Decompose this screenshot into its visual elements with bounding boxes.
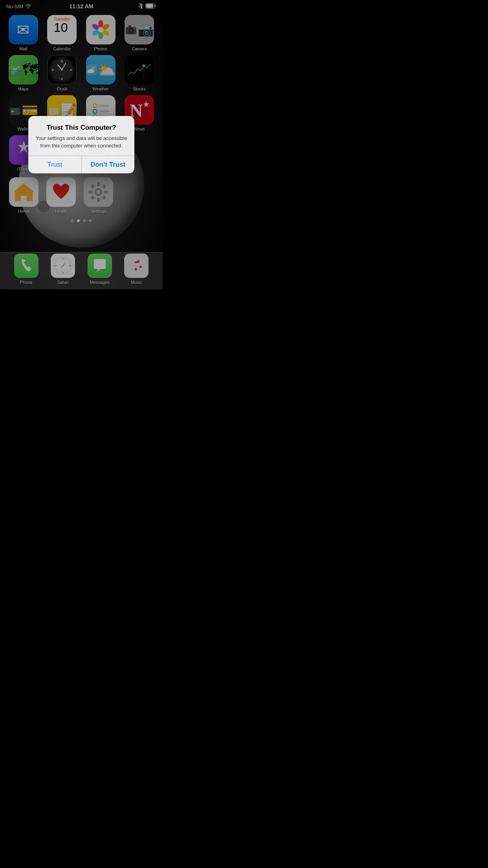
alert-overlay: Trust This Computer? Your settings and d… [0, 0, 163, 289]
alert-content: Trust This Computer? Your settings and d… [28, 116, 134, 155]
alert-buttons: Trust Don't Trust [28, 156, 134, 173]
trust-dialog: Trust This Computer? Your settings and d… [28, 116, 134, 173]
trust-button[interactable]: Trust [28, 156, 82, 173]
dont-trust-button[interactable]: Don't Trust [82, 156, 135, 173]
alert-title: Trust This Computer? [35, 124, 128, 132]
alert-message: Your settings and data will be accessibl… [35, 135, 128, 149]
